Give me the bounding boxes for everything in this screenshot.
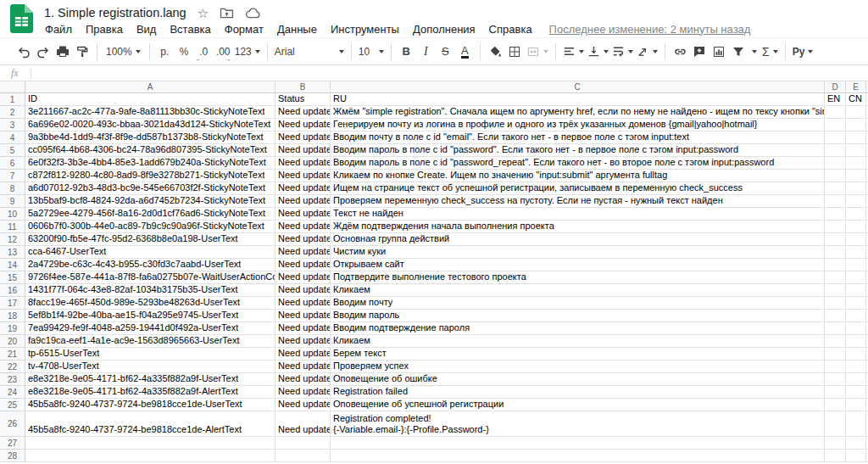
cell-A13[interactable]: cca-6467-UserText: [25, 246, 275, 259]
cell-E15[interactable]: [846, 271, 866, 284]
cell-A26[interactable]: 45b5a8fc-9240-4737-9724-be9818cce1de-Ale…: [25, 411, 275, 437]
cell-B6[interactable]: Need update: [275, 157, 331, 170]
menu-edit[interactable]: Правка: [79, 22, 130, 36]
cell-C16[interactable]: Кликаем: [331, 284, 825, 297]
cell-C14[interactable]: Открываем сайт: [331, 259, 825, 271]
cell-E9[interactable]: [846, 195, 866, 208]
cell-C22[interactable]: Проверяем успех: [331, 361, 825, 373]
cell-A12[interactable]: 63200f90-fb5e-47fc-95d2-6368b8e0a198-Use…: [25, 233, 275, 246]
cell-B1[interactable]: Status: [275, 93, 331, 106]
cell-D18[interactable]: [825, 310, 846, 322]
cell-E25[interactable]: [846, 399, 866, 411]
menu-data[interactable]: Данные: [270, 22, 324, 36]
cell-B16[interactable]: Need update: [275, 284, 331, 297]
cell-E1[interactable]: CN: [846, 93, 866, 106]
cell-B21[interactable]: Need update: [275, 348, 331, 361]
horizontal-align-icon[interactable]: [561, 42, 586, 62]
cell-A24[interactable]: e8e3218e-9e05-4171-bf62-4a335f882a9f-Ale…: [25, 386, 275, 399]
row-header-17[interactable]: 17: [0, 297, 25, 310]
cell-C5[interactable]: Вводим пароль в поле с id "password". Ес…: [331, 144, 825, 157]
cell-C1[interactable]: RU: [331, 93, 825, 106]
cell-C8[interactable]: Ищем на странице текст об успешной регис…: [331, 182, 825, 195]
cell-A18[interactable]: 5ef8b1f4-92be-40ba-ae15-f04a295e9745-Use…: [25, 310, 275, 322]
vertical-align-icon[interactable]: [586, 42, 610, 62]
text-wrap-icon[interactable]: [610, 42, 635, 62]
cell-C23[interactable]: Оповещение об ошибке: [331, 373, 825, 386]
cell-B8[interactable]: Need update: [275, 182, 331, 195]
borders-icon[interactable]: [505, 42, 525, 62]
cell-C9[interactable]: Проверяем переменную check_success на пу…: [331, 195, 825, 208]
column-header-B[interactable]: B: [275, 81, 331, 93]
cell-E23[interactable]: [846, 373, 866, 386]
cell-D21[interactable]: [825, 348, 846, 361]
row-header-14[interactable]: 14: [0, 259, 25, 271]
font-size-select[interactable]: 10: [357, 42, 386, 62]
insert-link-icon[interactable]: [670, 42, 690, 62]
cell-B3[interactable]: Need update: [275, 119, 331, 131]
cell-D24[interactable]: [825, 386, 846, 399]
row-header-13[interactable]: 13: [0, 246, 25, 259]
cell-C15[interactable]: Подтвердите выполнение тестового проекта: [331, 271, 825, 284]
cell-B23[interactable]: Need update: [275, 373, 331, 386]
cell-D19[interactable]: [825, 322, 846, 335]
row-header-1[interactable]: 1: [0, 93, 25, 106]
cell-B18[interactable]: Need update: [275, 310, 331, 322]
cell-B13[interactable]: Need update: [275, 246, 331, 259]
filter-icon[interactable]: [729, 42, 748, 62]
row-header-16[interactable]: 16: [0, 284, 25, 297]
cell-B12[interactable]: Need update: [275, 233, 331, 246]
cell-E7[interactable]: [846, 170, 866, 182]
row-header-7[interactable]: 7: [0, 170, 25, 182]
paint-format-icon[interactable]: [72, 42, 92, 62]
format-currency-button[interactable]: р.: [155, 42, 175, 62]
cell-E16[interactable]: [846, 284, 866, 297]
cell-D13[interactable]: [825, 246, 846, 259]
move-to-folder-icon[interactable]: [220, 8, 234, 19]
row-header-18[interactable]: 18: [0, 310, 25, 322]
functions-button[interactable]: Σ: [760, 42, 780, 62]
cell-E5[interactable]: [846, 144, 866, 157]
cell-C25[interactable]: Оповещение об успешной регистрации: [331, 399, 825, 411]
cell-A5[interactable]: cc095f64-4b68-4306-bc24-78a96d807395-Sti…: [25, 144, 275, 157]
cell-B24[interactable]: Need update: [275, 386, 331, 399]
cell-A9[interactable]: 13b5baf9-bcf8-4824-92da-a6d7452b7234-Sti…: [25, 195, 275, 208]
cell-A28[interactable]: [25, 450, 275, 462]
cell-D14[interactable]: [825, 259, 846, 271]
cell-D10[interactable]: [825, 208, 846, 221]
cell-E20[interactable]: [846, 335, 866, 348]
cell-E19[interactable]: [846, 322, 866, 335]
row-header-6[interactable]: 6: [0, 157, 25, 170]
row-header-15[interactable]: 15: [0, 271, 25, 284]
cell-B27[interactable]: [275, 437, 331, 450]
row-header-20[interactable]: 20: [0, 335, 25, 348]
row-header-22[interactable]: 22: [0, 361, 25, 373]
menu-view[interactable]: Вид: [130, 22, 164, 36]
cell-A17[interactable]: 8facc19e-465f-450d-989e-5293be48263d-Use…: [25, 297, 275, 310]
cell-C11[interactable]: Ждём подтверждения начала выполнения про…: [331, 221, 825, 233]
cell-B10[interactable]: Need update: [275, 208, 331, 221]
increase-decimal-button[interactable]: .00→: [214, 42, 233, 62]
cell-D26[interactable]: [825, 411, 846, 437]
cell-E3[interactable]: [846, 119, 866, 131]
cell-C19[interactable]: Вводим подтверждение пароля: [331, 322, 825, 335]
cell-C28[interactable]: [331, 450, 825, 462]
row-header-3[interactable]: 3: [0, 119, 25, 131]
strikethrough-button[interactable]: S: [436, 42, 455, 62]
italic-button[interactable]: I: [416, 42, 436, 62]
column-header-C[interactable]: C: [331, 81, 825, 93]
menu-tools[interactable]: Инструменты: [324, 22, 406, 36]
cell-D9[interactable]: [825, 195, 846, 208]
cell-D27[interactable]: [825, 437, 846, 450]
cell-A3[interactable]: 6a696e02-0020-493c-bbaa-3021da43d124-Sti…: [25, 119, 275, 131]
format-percent-button[interactable]: %: [175, 42, 194, 62]
cell-C13[interactable]: Чистим куки: [331, 246, 825, 259]
cell-C7[interactable]: Кликаем по кнопке Create. Ищем по значен…: [331, 170, 825, 182]
cell-D20[interactable]: [825, 335, 846, 348]
merge-cells-icon[interactable]: [525, 42, 550, 62]
row-header-25[interactable]: 25: [0, 399, 25, 411]
row-header-27[interactable]: 27: [0, 437, 25, 450]
select-all-corner[interactable]: [0, 81, 25, 93]
cell-A11[interactable]: 0606b7f0-300b-44e0-ac89-7b9c9c90a96f-Sti…: [25, 221, 275, 233]
cell-D11[interactable]: [825, 221, 846, 233]
cell-D17[interactable]: [825, 297, 846, 310]
